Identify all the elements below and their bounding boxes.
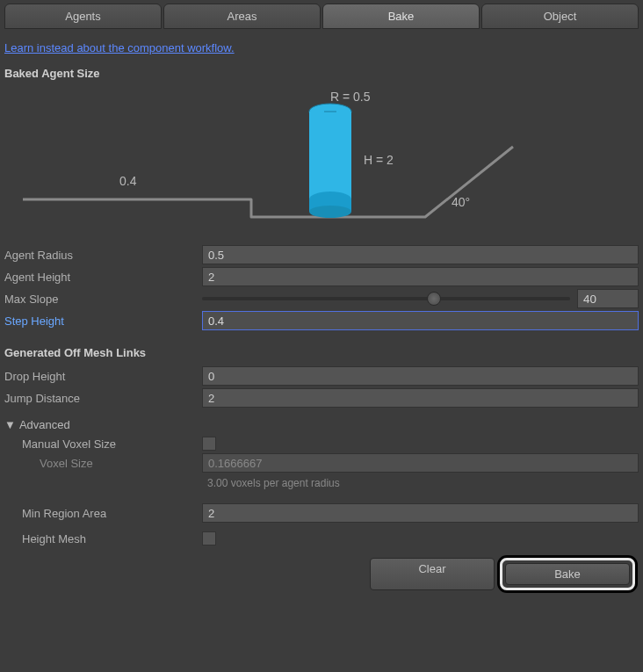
diagram-slope-label: 40° [452, 195, 470, 209]
height-mesh-label: Height Mesh [4, 532, 202, 546]
diagram-height-label: H = 2 [364, 153, 394, 167]
manual-voxel-size-label: Manual Voxel Size [4, 437, 202, 451]
tab-bar: Agents Areas Bake Object [4, 0, 639, 31]
clear-button[interactable]: Clear [370, 558, 495, 590]
tab-bake[interactable]: Bake [322, 4, 480, 29]
advanced-label: Advanced [19, 418, 70, 431]
manual-voxel-size-checkbox[interactable] [202, 437, 216, 451]
agent-radius-label: Agent Radius [4, 249, 202, 262]
diagram-radius-label: R = 0.5 [330, 90, 371, 104]
jump-distance-label: Jump Distance [4, 392, 202, 405]
bake-button[interactable]: Bake [505, 563, 630, 585]
max-slope-label: Max Slope [4, 293, 202, 306]
diagram-step-label: 0.4 [119, 174, 137, 188]
bake-button-highlight: Bake [500, 558, 635, 590]
max-slope-value[interactable] [577, 289, 639, 308]
voxel-size-hint: 3.00 voxels per agent radius [202, 475, 639, 491]
step-height-input[interactable] [202, 311, 639, 330]
tab-object[interactable]: Object [481, 4, 639, 29]
baked-agent-size-heading: Baked Agent Size [4, 67, 639, 80]
svg-rect-1 [309, 112, 351, 199]
drop-height-label: Drop Height [4, 370, 202, 383]
drop-height-input[interactable] [202, 366, 639, 386]
agent-size-diagram: 0.4 40° R = 0.5 H = 2 [4, 87, 639, 236]
advanced-foldout[interactable]: ▼ Advanced [4, 418, 639, 431]
max-slope-slider[interactable] [202, 297, 570, 300]
component-workflow-link[interactable]: Learn instead about the component workfl… [4, 41, 235, 54]
tab-agents[interactable]: Agents [4, 4, 162, 29]
step-height-label: Step Height [4, 314, 202, 328]
agent-height-label: Agent Height [4, 271, 202, 284]
min-region-area-label: Min Region Area [4, 507, 202, 520]
agent-radius-input[interactable] [202, 245, 639, 264]
jump-distance-input[interactable] [202, 388, 639, 408]
voxel-size-input [202, 453, 639, 473]
chevron-down-icon: ▼ [4, 418, 16, 431]
height-mesh-checkbox[interactable] [202, 531, 216, 546]
off-mesh-links-heading: Generated Off Mesh Links [4, 346, 639, 359]
max-slope-thumb[interactable] [427, 292, 441, 306]
agent-height-input[interactable] [202, 267, 639, 286]
min-region-area-input[interactable] [202, 503, 639, 523]
svg-point-4 [309, 206, 351, 218]
tab-areas[interactable]: Areas [163, 4, 321, 29]
voxel-size-label: Voxel Size [4, 457, 202, 470]
